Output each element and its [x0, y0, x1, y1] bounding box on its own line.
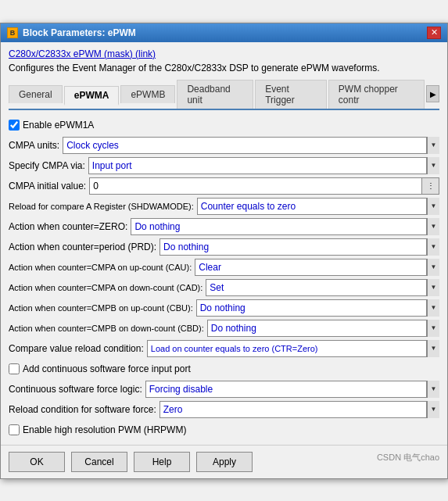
tab-pwm-chopper[interactable]: PWM chopper contr	[328, 80, 425, 109]
cmpa-initial-input[interactable]	[89, 177, 422, 195]
tab-epwmb[interactable]: ePWMB	[120, 85, 175, 103]
add-sw-force-checkbox[interactable]	[9, 363, 20, 374]
action-cau-control: Clear ▼	[195, 259, 439, 276]
compare-reload-row: Compare value reload condition: Load on …	[9, 340, 439, 357]
description-text: Configures the Event Manager of the C280…	[9, 63, 439, 73]
enable-epwm1a-row: Enable ePWM1A	[9, 116, 439, 134]
sw-force-logic-control: Forcing disable ▼	[145, 381, 439, 398]
content-area: C280x/C2833x ePWM (mask) (link) Configur…	[1, 42, 447, 445]
tab-epwma[interactable]: ePWMA	[64, 86, 120, 106]
help-button[interactable]: Help	[134, 452, 190, 472]
cmpa-initial-label: CMPA initial value:	[9, 181, 86, 191]
reload-sw-arrow[interactable]: ▼	[427, 401, 439, 418]
tab-general[interactable]: General	[9, 85, 63, 103]
cmpa-initial-btn[interactable]: ⋮	[422, 177, 439, 195]
cmpa-units-row: CMPA units: Clock cycles ▼	[9, 137, 439, 154]
action-cad-row: Action when counter=CMPA on down-count (…	[9, 279, 439, 296]
enable-hrpwm-checkbox[interactable]	[9, 424, 20, 435]
action-cbu-arrow[interactable]: ▼	[427, 299, 439, 317]
add-sw-force-label: Add continuous software force input port	[23, 363, 191, 374]
reload-compare-arrow[interactable]: ▼	[427, 198, 439, 215]
specify-cmpa-arrow[interactable]: ▼	[427, 157, 439, 174]
window-icon: B	[7, 27, 18, 38]
action-cau-label: Action when counter=CMPA on up-count (CA…	[9, 263, 192, 272]
action-cbd-control: Do nothing ▼	[207, 320, 439, 337]
apply-button[interactable]: Apply	[196, 452, 253, 472]
action-prd-row: Action when counter=period (PRD): Do not…	[9, 238, 439, 256]
action-cbu-label: Action when counter=CMPB on up-count (CB…	[9, 303, 193, 313]
action-zero-control: Do nothing ▼	[131, 218, 439, 235]
action-zero-label: Action when counter=ZERO:	[9, 221, 127, 232]
reload-compare-label: Reload for compare A Register (SHDWAMODE…	[9, 202, 194, 211]
cmpa-units-arrow[interactable]: ▼	[427, 137, 439, 154]
action-cbd-row: Action when counter=CMPB on down-count (…	[9, 320, 439, 337]
cancel-button[interactable]: Cancel	[71, 452, 127, 472]
cmpa-initial-control: ⋮	[89, 177, 439, 195]
action-cbu-control: Do nothing ▼	[196, 299, 439, 317]
action-cbd-label: Action when counter=CMPB on down-count (…	[9, 324, 204, 333]
action-cau-dropdown[interactable]: Clear	[195, 259, 427, 276]
action-zero-dropdown[interactable]: Do nothing	[131, 218, 427, 235]
tab-deadband[interactable]: Deadband unit	[177, 80, 253, 109]
enable-epwm1a-label: Enable ePWM1A	[23, 120, 94, 131]
compare-reload-dropdown[interactable]: Load on counter equals to zero (CTR=Zero…	[147, 340, 427, 357]
form-section: Enable ePWM1A CMPA units: Clock cycles ▼…	[9, 116, 439, 438]
action-cad-dropdown[interactable]: Set	[206, 279, 427, 296]
reload-compare-dropdown[interactable]: Counter equals to zero	[197, 198, 427, 215]
action-cbu-row: Action when counter=CMPB on up-count (CB…	[9, 299, 439, 317]
enable-epwm1a-checkbox[interactable]	[9, 120, 20, 131]
bottom-buttons: OK Cancel Help Apply CSDN 电气chao	[1, 445, 447, 478]
window-title: Block Parameters: ePWM	[23, 27, 136, 38]
reload-compare-row: Reload for compare A Register (SHDWAMODE…	[9, 198, 439, 215]
add-sw-force-row: Add continuous software force input port	[9, 360, 439, 378]
reload-sw-control: Zero ▼	[159, 401, 439, 418]
tab-scroll-arrow[interactable]: ▶	[426, 85, 439, 102]
sw-force-logic-row: Continuous software force logic: Forcing…	[9, 381, 439, 398]
action-prd-arrow[interactable]: ▼	[427, 238, 439, 256]
action-cau-arrow[interactable]: ▼	[427, 259, 439, 276]
title-bar: B Block Parameters: ePWM ✕	[1, 23, 447, 42]
cmpa-units-control: Clock cycles ▼	[63, 137, 439, 154]
action-zero-row: Action when counter=ZERO: Do nothing ▼	[9, 218, 439, 235]
action-prd-label: Action when counter=period (PRD):	[9, 242, 156, 252]
compare-reload-label: Compare value reload condition:	[9, 343, 144, 354]
reload-compare-control: Counter equals to zero ▼	[197, 198, 439, 215]
ok-button[interactable]: OK	[9, 452, 65, 472]
specify-cmpa-label: Specify CMPA via:	[9, 160, 85, 171]
cmpa-initial-row: CMPA initial value: ⋮	[9, 177, 439, 195]
close-button[interactable]: ✕	[427, 27, 441, 39]
reload-sw-row: Reload condition for software force: Zer…	[9, 401, 439, 418]
enable-hrpwm-row: Enable high resolution PWM (HRPWM)	[9, 421, 439, 438]
action-cad-label: Action when counter=CMPA on down-count (…	[9, 283, 202, 292]
main-window: B Block Parameters: ePWM ✕ C280x/C2833x …	[0, 23, 448, 479]
action-cbd-arrow[interactable]: ▼	[427, 320, 439, 337]
header-link[interactable]: C280x/C2833x ePWM (mask) (link)	[9, 48, 439, 59]
action-cad-control: Set ▼	[206, 279, 439, 296]
enable-hrpwm-label: Enable high resolution PWM (HRPWM)	[23, 424, 186, 435]
compare-reload-arrow[interactable]: ▼	[427, 340, 439, 357]
action-cad-arrow[interactable]: ▼	[427, 279, 439, 296]
specify-cmpa-row: Specify CMPA via: Input port ▼	[9, 157, 439, 174]
sw-force-logic-dropdown[interactable]: Forcing disable	[145, 381, 427, 398]
watermark-text: CSDN 电气chao	[377, 452, 439, 472]
action-cbu-dropdown[interactable]: Do nothing	[196, 299, 427, 317]
action-cau-row: Action when counter=CMPA on up-count (CA…	[9, 259, 439, 276]
sw-force-logic-label: Continuous software force logic:	[9, 384, 142, 395]
specify-cmpa-control: Input port ▼	[88, 157, 439, 174]
cmpa-units-dropdown[interactable]: Clock cycles	[63, 137, 427, 154]
compare-reload-control: Load on counter equals to zero (CTR=Zero…	[147, 340, 439, 357]
cmpa-units-label: CMPA units:	[9, 140, 59, 151]
action-zero-arrow[interactable]: ▼	[427, 218, 439, 235]
action-cbd-dropdown[interactable]: Do nothing	[207, 320, 427, 337]
specify-cmpa-dropdown[interactable]: Input port	[88, 157, 427, 174]
action-prd-dropdown[interactable]: Do nothing	[159, 238, 427, 256]
reload-sw-dropdown[interactable]: Zero	[159, 401, 427, 418]
title-bar-left: B Block Parameters: ePWM	[7, 27, 136, 38]
reload-sw-label: Reload condition for software force:	[9, 404, 156, 415]
action-prd-control: Do nothing ▼	[159, 238, 439, 256]
sw-force-logic-arrow[interactable]: ▼	[427, 381, 439, 398]
tab-event-trigger[interactable]: Event Trigger	[255, 80, 327, 109]
tabs-bar: General ePWMA ePWMB Deadband unit Event …	[9, 80, 439, 110]
